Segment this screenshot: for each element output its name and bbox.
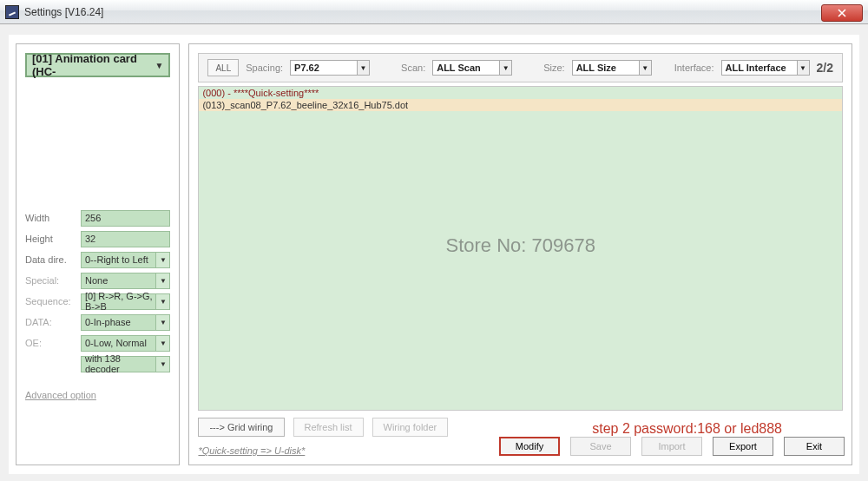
row-special: Special: None▼ <box>25 270 170 291</box>
filter-all-button[interactable]: ALL <box>207 59 239 76</box>
datadir-label: Data dire. <box>25 254 81 265</box>
titlebar: Settings [V16.24] <box>0 0 868 24</box>
oe-select[interactable]: 0-Low, Normal▼ <box>81 335 170 352</box>
bottom-bar: Modify Save Import Export Exit <box>198 433 845 459</box>
row-width: Width 256 <box>25 208 170 228</box>
row-data: DATA: 0-In-phase▼ <box>25 312 170 333</box>
row-sequence: Sequence: [0] R->R, G->G, B->B▼ <box>25 291 170 312</box>
result-list[interactable]: (000) - ****Quick-setting**** (013)_scan… <box>198 86 843 411</box>
height-label: Height <box>25 234 81 244</box>
spacing-label: Spacing: <box>246 63 283 73</box>
filter-bar: ALL Spacing: P7.62▼ Scan: ALL Scan▼ Size… <box>198 53 843 82</box>
sequence-label: Sequence: <box>25 296 81 306</box>
size-select[interactable]: ALL Size▼ <box>572 60 652 76</box>
window-title: Settings [V16.24] <box>24 6 103 18</box>
width-input[interactable]: 256 <box>81 210 170 227</box>
size-label: Size: <box>543 63 564 73</box>
height-input[interactable]: 32 <box>81 231 170 247</box>
export-button[interactable]: Export <box>713 437 773 456</box>
chevron-down-icon: ▼ <box>155 273 169 288</box>
right-panel: ALL Spacing: P7.62▼ Scan: ALL Scan▼ Size… <box>188 43 852 465</box>
data-select[interactable]: 0-In-phase▼ <box>81 314 170 331</box>
exit-button[interactable]: Exit <box>784 437 845 456</box>
interface-label: Interface: <box>674 63 714 73</box>
special-select[interactable]: None▼ <box>81 273 170 289</box>
row-height: Height 32 <box>25 228 170 249</box>
row-datadir: Data dire. 0--Right to Left▼ <box>25 249 170 270</box>
chevron-down-icon: ▼ <box>155 294 169 309</box>
watermark-text: Store No: 709678 <box>199 234 842 257</box>
import-button[interactable]: Import <box>641 437 702 456</box>
special-label: Special: <box>25 275 81 286</box>
close-icon <box>838 9 846 17</box>
result-count: 2/2 <box>817 61 833 75</box>
row-oe: OE: 0-Low, Normal▼ <box>25 333 170 353</box>
card-select-label: [01] Animation card (HC- <box>32 52 155 78</box>
chevron-down-icon: ▼ <box>155 253 169 267</box>
workarea: [01] Animation card (HC- ▼ Width 256 Hei… <box>9 35 859 474</box>
card-select[interactable]: [01] Animation card (HC- ▼ <box>25 53 170 77</box>
chevron-down-icon: ▼ <box>357 61 369 75</box>
scan-label: Scan: <box>401 63 425 73</box>
data-label: DATA: <box>25 317 81 327</box>
row-decoder: with 138 decoder▼ <box>25 353 170 374</box>
chevron-down-icon: ▼ <box>155 315 169 330</box>
oe-label: OE: <box>25 338 81 348</box>
decoder-select[interactable]: with 138 decoder▼ <box>81 356 170 372</box>
chevron-down-icon: ▼ <box>797 61 809 75</box>
chevron-down-icon: ▼ <box>639 61 651 75</box>
chevron-down-icon: ▼ <box>155 336 169 351</box>
close-button[interactable] <box>821 4 863 22</box>
width-label: Width <box>25 213 81 223</box>
datadir-select[interactable]: 0--Right to Left▼ <box>81 252 170 268</box>
sequence-select[interactable]: [0] R->R, G->G, B->B▼ <box>81 293 170 310</box>
interface-select[interactable]: ALL Interface▼ <box>721 60 810 76</box>
scan-select[interactable]: ALL Scan▼ <box>432 60 512 76</box>
left-panel: [01] Animation card (HC- ▼ Width 256 Hei… <box>16 43 180 465</box>
app-icon <box>5 5 19 19</box>
chevron-down-icon: ▼ <box>499 61 511 75</box>
chevron-down-icon: ▼ <box>155 61 164 70</box>
chevron-down-icon: ▼ <box>155 357 169 372</box>
spacing-select[interactable]: P7.62▼ <box>290 60 370 76</box>
advanced-option-link[interactable]: Advanced option <box>25 390 170 400</box>
modify-button[interactable]: Modify <box>499 437 560 456</box>
save-button[interactable]: Save <box>570 437 631 456</box>
list-item[interactable]: (000) - ****Quick-setting**** <box>199 87 842 99</box>
list-item[interactable]: (013)_scan08_P7.62_beeline_32x16_Hub75.d… <box>199 99 842 111</box>
